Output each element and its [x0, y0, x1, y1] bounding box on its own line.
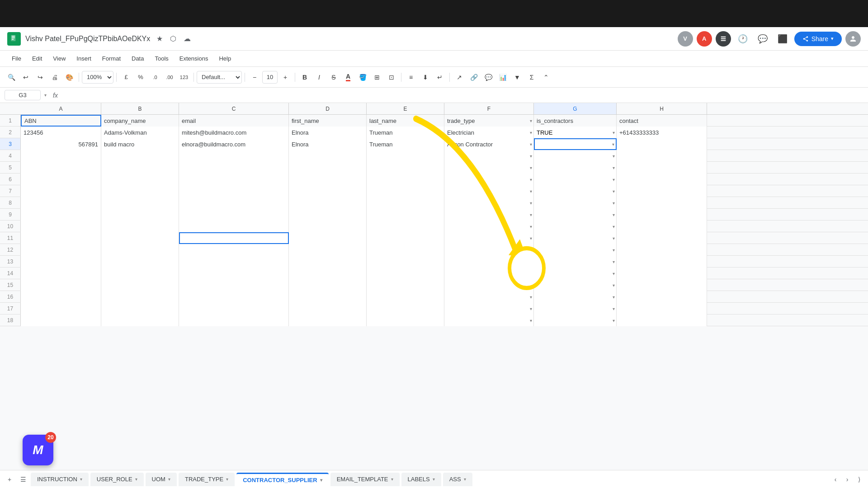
- tab-uom[interactable]: UOM ▾: [146, 473, 177, 486]
- align-button[interactable]: ≡: [404, 70, 418, 84]
- col-header-H[interactable]: H: [617, 103, 707, 114]
- cell-A2[interactable]: 123456: [21, 127, 101, 138]
- cell-A3[interactable]: 567891: [21, 138, 101, 150]
- borders-button[interactable]: ⊞: [370, 70, 384, 84]
- avatar-user2[interactable]: A: [697, 31, 712, 47]
- star-icon[interactable]: ★: [155, 33, 165, 45]
- cell-B2[interactable]: Adams-Volkman: [101, 127, 179, 138]
- chart-button[interactable]: 📊: [496, 70, 509, 84]
- decimal-inc-button[interactable]: .00: [163, 70, 176, 84]
- col-header-E[interactable]: E: [367, 103, 444, 114]
- cell-C2[interactable]: mitesh@buildmacro.com: [179, 127, 289, 138]
- font-family-select[interactable]: Default...: [197, 71, 242, 84]
- tab-prev-button[interactable]: ‹: [830, 474, 841, 485]
- cloud-icon[interactable]: ☁: [182, 33, 193, 45]
- tab-user-role[interactable]: USER_ROLE ▾: [90, 473, 144, 486]
- strikethrough-button[interactable]: S: [327, 70, 340, 84]
- tab-trade-type[interactable]: TRADE_TYPE ▾: [179, 473, 235, 486]
- col-header-D[interactable]: D: [289, 103, 367, 114]
- sheet-menu-button[interactable]: ☰: [17, 474, 29, 485]
- hexagon-icon[interactable]: ⬡: [168, 33, 178, 45]
- col-header-B[interactable]: B: [101, 103, 179, 114]
- menu-help[interactable]: Help: [214, 53, 236, 64]
- bold-button[interactable]: B: [298, 70, 311, 84]
- function-button[interactable]: Σ: [525, 70, 538, 84]
- font-size-decrease[interactable]: −: [248, 70, 261, 84]
- tab-collapse-button[interactable]: ⟩: [854, 474, 864, 485]
- expand-button[interactable]: ⌃: [539, 70, 553, 84]
- avatar-user1[interactable]: V: [678, 31, 693, 47]
- text-color-button[interactable]: A: [341, 70, 355, 84]
- tab-instruction[interactable]: INSTRUCTION ▾: [31, 473, 89, 486]
- present-icon[interactable]: ⬛: [774, 31, 791, 47]
- cell-F3[interactable]: Aircon Contractor: [444, 138, 534, 150]
- cell-E1[interactable]: last_name: [367, 115, 444, 127]
- menu-data[interactable]: Data: [127, 53, 148, 64]
- font-size-input[interactable]: [262, 71, 278, 84]
- format-number-button[interactable]: 123: [177, 70, 191, 84]
- cell-C11[interactable]: [179, 232, 289, 244]
- decimal-dec-button[interactable]: .0: [148, 70, 162, 84]
- comment-add-button[interactable]: 💬: [481, 70, 495, 84]
- formula-expand-icon[interactable]: ▾: [44, 93, 47, 98]
- col-header-C[interactable]: C: [179, 103, 289, 114]
- menu-edit[interactable]: Edit: [28, 53, 47, 64]
- cell-G2[interactable]: TRUE: [534, 127, 617, 138]
- cell-F2[interactable]: Electrician: [444, 127, 534, 138]
- formula-input[interactable]: [64, 92, 863, 99]
- cell-E3[interactable]: Trueman: [367, 138, 444, 150]
- font-size-increase[interactable]: +: [278, 70, 292, 84]
- menu-view[interactable]: View: [48, 53, 70, 64]
- cell-D2[interactable]: Elnora: [289, 127, 367, 138]
- link-button[interactable]: 🔗: [467, 70, 481, 84]
- italic-button[interactable]: I: [312, 70, 326, 84]
- filter-button[interactable]: ▼: [510, 70, 524, 84]
- add-sheet-button[interactable]: +: [4, 474, 15, 485]
- cell-D1[interactable]: first_name: [289, 115, 367, 127]
- avatar-profile[interactable]: [845, 31, 861, 47]
- tab-ass[interactable]: ASS ▾: [443, 473, 472, 486]
- menu-format[interactable]: Format: [98, 53, 125, 64]
- percent-button[interactable]: %: [134, 70, 147, 84]
- redo-button[interactable]: ↪: [33, 70, 47, 84]
- tab-next-button[interactable]: ›: [842, 474, 853, 485]
- cell-B1[interactable]: company_name: [101, 115, 179, 127]
- tab-labels[interactable]: LABELS ▾: [401, 473, 441, 486]
- cell-reference-input[interactable]: [5, 90, 41, 100]
- cell-D3[interactable]: Elnora: [289, 138, 367, 150]
- tab-contractor-supplier[interactable]: CONTRACTOR_SUPPLIER ▾: [236, 473, 328, 486]
- paint-format-button[interactable]: 🎨: [62, 70, 76, 84]
- print-button[interactable]: 🖨: [48, 70, 61, 84]
- comment-icon[interactable]: 💬: [755, 31, 771, 47]
- menu-file[interactable]: File: [7, 53, 26, 64]
- valign-button[interactable]: ⬇: [419, 70, 432, 84]
- cell-F1[interactable]: trade_type: [444, 115, 534, 127]
- menu-insert[interactable]: Insert: [72, 53, 96, 64]
- col-header-G[interactable]: G: [534, 103, 617, 114]
- menu-tools[interactable]: Tools: [150, 53, 173, 64]
- tab-email-template[interactable]: EMAIL_TEMPLATE ▾: [330, 473, 400, 486]
- cell-H1[interactable]: contact: [617, 115, 707, 127]
- cell-B3[interactable]: build macro: [101, 138, 179, 150]
- cell-C1[interactable]: email: [179, 115, 289, 127]
- cell-C3[interactable]: elnora@buildmacro.com: [179, 138, 289, 150]
- history-icon[interactable]: 🕐: [735, 31, 751, 47]
- text-rotate-button[interactable]: ↗: [453, 70, 466, 84]
- col-header-F[interactable]: F: [444, 103, 534, 114]
- wrap-button[interactable]: ↵: [433, 70, 447, 84]
- menu-extensions[interactable]: Extensions: [175, 53, 213, 64]
- cell-G3[interactable]: [534, 138, 617, 150]
- search-button[interactable]: 🔍: [5, 70, 18, 84]
- undo-button[interactable]: ↩: [19, 70, 33, 84]
- cell-H2[interactable]: +61433333333: [617, 127, 707, 138]
- cell-E2[interactable]: Trueman: [367, 127, 444, 138]
- avatar-user3[interactable]: [716, 31, 731, 47]
- zoom-select[interactable]: 100%: [82, 71, 113, 84]
- cell-A1[interactable]: ABN: [21, 115, 101, 127]
- share-button[interactable]: Share ▾: [794, 32, 842, 46]
- cell-H3[interactable]: [617, 138, 707, 150]
- col-header-A[interactable]: A: [21, 103, 101, 114]
- macro-badge[interactable]: 20 M: [23, 435, 53, 465]
- merge-button[interactable]: ⊡: [385, 70, 398, 84]
- currency-button[interactable]: £: [119, 70, 133, 84]
